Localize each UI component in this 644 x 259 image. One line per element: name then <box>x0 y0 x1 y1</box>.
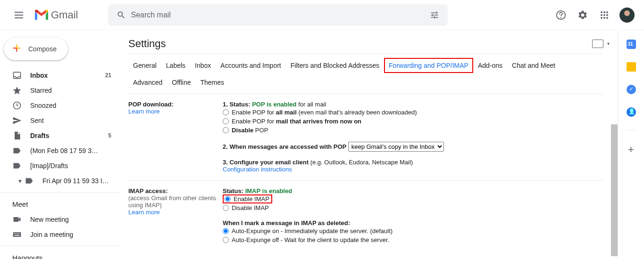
send-icon <box>12 116 22 125</box>
sidebar-item-sent[interactable]: Sent <box>0 113 117 128</box>
tab-filters[interactable]: Filters and Blocked Addresses <box>286 58 384 73</box>
config-instructions-link[interactable]: Configuration instructions <box>223 166 603 173</box>
pop-radio-disable[interactable] <box>223 127 229 133</box>
calendar-addon-icon[interactable] <box>627 40 636 49</box>
sidebar-item-join-meeting[interactable]: Join a meeting <box>0 227 117 242</box>
settings-button[interactable] <box>573 6 592 24</box>
apps-button[interactable] <box>595 6 614 24</box>
menu-icon <box>15 15 23 16</box>
hangouts-section-header: Hangouts <box>0 246 121 259</box>
pop-access-select[interactable]: keep Gmail's copy in the Inbox <box>348 142 444 152</box>
settings-title: Settings <box>128 38 166 50</box>
imap-option-disable[interactable]: Disable IMAP <box>223 203 603 212</box>
expunge-radio-off[interactable] <box>223 237 229 243</box>
sidebar-item-inbox[interactable]: Inbox 21 <box>0 68 117 83</box>
main-menu-button[interactable] <box>8 4 30 26</box>
imap-status-line: Status: IMAP is enabled <box>223 187 603 194</box>
support-button[interactable] <box>552 6 570 24</box>
logo-area[interactable]: Gmail <box>34 9 78 21</box>
svg-rect-14 <box>14 233 15 234</box>
svg-rect-13 <box>13 232 21 237</box>
side-panel: + <box>618 30 644 259</box>
sidebar-item-starred[interactable]: Starred <box>0 83 117 98</box>
tab-advanced[interactable]: Advanced <box>128 75 167 90</box>
svg-rect-15 <box>16 233 17 234</box>
svg-rect-16 <box>17 233 18 234</box>
sidebar-item-label1[interactable]: (Mon Feb 08 17 59 3… <box>0 143 117 158</box>
imap-label: IMAP access: <box>128 187 223 194</box>
keep-addon-icon[interactable] <box>627 62 636 72</box>
get-addons-button[interactable]: + <box>628 144 634 156</box>
tab-inbox[interactable]: Inbox <box>190 58 216 73</box>
keyboard-icon <box>12 230 22 239</box>
sidebar-item-drafts[interactable]: Drafts 5 <box>0 128 117 143</box>
nav-label: Fri Apr 09 11 59 33 IS… <box>42 177 111 185</box>
pop-radio-now[interactable] <box>223 118 229 124</box>
tab-labels[interactable]: Labels <box>161 58 190 73</box>
panel-divider <box>627 130 636 130</box>
nav-label: Sent <box>30 117 111 124</box>
imap-radio-enable[interactable] <box>225 196 231 202</box>
compose-button[interactable]: Compose <box>4 38 68 60</box>
pop-configure-line: 3. Configure your email client (e.g. Out… <box>223 159 603 166</box>
search-box[interactable] <box>108 4 448 26</box>
label-icon <box>12 161 22 170</box>
contacts-addon-icon[interactable] <box>627 107 636 117</box>
nav-label: [Imap]/Drafts <box>30 162 111 170</box>
nav-count: 5 <box>108 132 111 139</box>
tab-forwarding[interactable]: Forwarding and POP/IMAP <box>384 58 473 73</box>
gmail-logo-icon <box>34 9 49 21</box>
star-icon <box>12 86 22 95</box>
tab-chat[interactable]: Chat and Meet <box>507 58 560 73</box>
label-icon <box>25 176 34 186</box>
nav-label: New meeting <box>30 216 111 223</box>
settings-tabs: General Labels Inbox Accounts and Import… <box>128 54 603 94</box>
sidebar-item-label2[interactable]: [Imap]/Drafts <box>0 158 117 173</box>
pop-option-disable[interactable]: Disable POP <box>223 126 603 135</box>
svg-point-8 <box>601 17 602 19</box>
search-input[interactable] <box>131 11 425 19</box>
account-avatar[interactable] <box>619 8 635 23</box>
scrollbar-thumb[interactable] <box>611 124 618 256</box>
svg-point-6 <box>603 14 605 16</box>
search-options-icon[interactable] <box>425 6 444 24</box>
tab-offline[interactable]: Offline <box>167 75 195 90</box>
tab-themes[interactable]: Themes <box>196 75 229 90</box>
inbox-icon <box>12 71 22 80</box>
settings-body: POP download: Learn more 1. Status: POP … <box>128 94 603 247</box>
sidebar-item-new-meeting[interactable]: New meeting <box>0 212 117 227</box>
tab-addons[interactable]: Add-ons <box>473 58 507 73</box>
pop-status-line: 1. Status: POP is enabled for all mail <box>223 101 603 108</box>
expunge-option-on[interactable]: Auto-Expunge on - Immediately update the… <box>223 227 603 235</box>
chevron-down-icon[interactable]: ▾ <box>15 176 25 186</box>
imap-radio-disable[interactable] <box>223 205 229 211</box>
clock-icon <box>12 101 22 110</box>
input-tools-button[interactable] <box>592 40 603 48</box>
pop-option-all[interactable]: Enable POP for all mail (even mail that'… <box>223 108 603 117</box>
main-content: Settings General Labels Inbox Accounts a… <box>121 30 618 259</box>
pop-radio-all[interactable] <box>223 109 229 115</box>
tab-accounts[interactable]: Accounts and Import <box>216 58 285 73</box>
search-icon[interactable] <box>112 6 131 24</box>
compose-label: Compose <box>28 45 57 53</box>
sidebar-item-snoozed[interactable]: Snoozed <box>0 98 117 113</box>
label-icon <box>12 146 22 155</box>
svg-point-3 <box>603 11 605 13</box>
pop-learn-more-link[interactable]: Learn more <box>128 108 223 115</box>
drafts-icon <box>12 131 22 140</box>
nav-label: Starred <box>30 87 111 94</box>
expunge-option-off[interactable]: Auto-Expunge off - Wait for the client t… <box>223 235 603 244</box>
tab-general[interactable]: General <box>128 58 161 73</box>
pop-access-line: 2. When messages are accessed with POP k… <box>223 142 603 152</box>
pop-label: POP download: <box>128 101 223 108</box>
nav-label: (Mon Feb 08 17 59 3… <box>30 147 111 154</box>
imap-learn-more-link[interactable]: Learn more <box>128 209 223 216</box>
header: Gmail <box>0 0 644 30</box>
tasks-addon-icon[interactable] <box>627 85 636 94</box>
imap-enable-label: Enable IMAP <box>234 195 269 202</box>
svg-rect-17 <box>18 233 19 234</box>
expunge-title: When I mark a message in IMAP as deleted… <box>223 219 603 227</box>
expunge-radio-on[interactable] <box>223 228 229 234</box>
sidebar-item-label3[interactable]: ▾ Fri Apr 09 11 59 33 IS… <box>0 173 117 188</box>
pop-option-now[interactable]: Enable POP for mail that arrives from no… <box>223 117 603 126</box>
